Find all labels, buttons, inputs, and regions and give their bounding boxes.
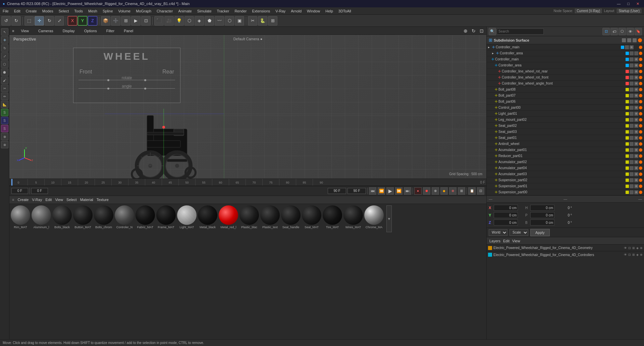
go-start-button[interactable]: ⏮: [369, 187, 376, 195]
tool-brush[interactable]: 🖌: [1, 77, 8, 84]
rt-mat-icon[interactable]: ⬡: [619, 28, 626, 35]
rt-view-icon[interactable]: 👁: [627, 28, 634, 35]
mat-scroll-arrow[interactable]: ▼: [385, 205, 393, 232]
tool-move[interactable]: ✛: [1, 36, 8, 44]
mat-menu-vray[interactable]: V-Ray: [32, 198, 42, 202]
tool-poly[interactable]: ⬡: [1, 60, 8, 68]
slider-knob-angle[interactable]: [107, 88, 109, 90]
material-item-frame[interactable]: Frame_MAT: [156, 205, 176, 229]
viewport-menu-view[interactable]: View: [18, 28, 32, 34]
record-button[interactable]: ⏺: [423, 187, 430, 195]
table-row[interactable]: ✛ Suspension_part00 ⊞: [487, 189, 644, 195]
maximize-button[interactable]: □: [625, 1, 632, 7]
obj-name-6[interactable]: Bolt_part07: [498, 94, 625, 97]
viewport-menu-filter[interactable]: Filter: [104, 28, 117, 34]
tool-scale[interactable]: ⤢: [1, 52, 8, 60]
mat-menu-select[interactable]: Select: [66, 198, 77, 202]
menu-vray[interactable]: V-Ray: [273, 8, 288, 14]
table-row[interactable]: ▸ ✛ Controller_main ⊞: [487, 44, 644, 50]
playhead-marker[interactable]: [11, 179, 12, 186]
table-row[interactable]: ✛ Light_part01 ⊞: [487, 111, 644, 117]
tool-measure[interactable]: 📐: [1, 101, 8, 108]
material-item-plastic-black[interactable]: Plastic_blac: [239, 205, 259, 229]
subdiv-icon[interactable]: ⊞: [489, 38, 492, 43]
tool-s1[interactable]: S: [1, 109, 8, 116]
obj-name-controller-main[interactable]: Controller_main: [496, 45, 621, 49]
menu-mesh[interactable]: Mesh: [86, 8, 100, 14]
layer-name-geometry[interactable]: Electric_Powered_Wheelchair_Rigged_for_C…: [493, 246, 623, 250]
scale-dropdown[interactable]: Scale: [509, 229, 528, 236]
table-row[interactable]: ✛ Acumulator_part02 ⊞: [487, 159, 644, 165]
timeline-btn[interactable]: ⊡: [477, 187, 484, 195]
y-position-input[interactable]: [494, 212, 518, 218]
material-item-metal-red[interactable]: Metal_red_l: [219, 205, 238, 229]
slider-knob-angle-2[interactable]: [144, 88, 146, 90]
y-axis[interactable]: Y: [78, 16, 87, 26]
obj-name-15[interactable]: Acumulator_part01: [498, 148, 625, 152]
menu-render[interactable]: Render: [232, 8, 249, 14]
obj-name-14[interactable]: Antiroll_wheel: [498, 142, 625, 146]
tool-arrow[interactable]: ↖: [1, 28, 8, 36]
rt-obj-icon[interactable]: ⊡: [602, 28, 610, 35]
layers-edit-menu[interactable]: Edit: [503, 239, 509, 243]
viewport-menu-panel[interactable]: Panel: [121, 28, 136, 34]
del-key[interactable]: ⊗: [449, 187, 457, 195]
table-row[interactable]: ✛ Acumulator_part03 ⊞: [487, 171, 644, 177]
current-frame-input[interactable]: [11, 188, 28, 194]
table-row[interactable]: ✛ Seat_part01 ⊞: [487, 135, 644, 141]
render-btn[interactable]: ⊡: [141, 16, 151, 26]
obj-name-8[interactable]: Control_part00: [498, 106, 625, 109]
layers-menu[interactable]: Layers: [489, 239, 500, 243]
scale-tool[interactable]: ⤢: [55, 16, 64, 26]
mat-menu-material[interactable]: Material: [80, 198, 93, 202]
z-axis[interactable]: Z: [88, 16, 97, 26]
material-item-tire[interactable]: Tire_MAT: [323, 205, 342, 229]
auto-key[interactable]: ⊕: [432, 187, 439, 195]
table-row[interactable]: ✛ Suspension_part01 ⊞: [487, 183, 644, 189]
obj-close[interactable]: [638, 38, 642, 42]
obj-name-12[interactable]: Seat_part03: [498, 130, 625, 134]
close-button[interactable]: ✕: [634, 1, 641, 7]
obj-name-5[interactable]: Bolt_part08: [498, 88, 625, 91]
obj-name-20[interactable]: Suspension_part02: [498, 178, 625, 182]
material-item-controller[interactable]: Controler_N: [115, 205, 134, 229]
material-item-seat[interactable]: Seat_MAT: [302, 205, 321, 229]
knife-btn[interactable]: ✂: [248, 16, 257, 26]
rt-tag-icon[interactable]: 🏷: [610, 28, 618, 35]
table-row[interactable]: ✛ Controller_main ⊞: [487, 56, 644, 62]
material-item-bolts-black[interactable]: Bolts_black: [52, 205, 72, 229]
obj-name-13[interactable]: Seat_part01: [498, 136, 625, 140]
obj-name-10[interactable]: Leg_mount_part02: [498, 118, 625, 121]
table-row[interactable]: ✛ Leg_mount_part02 ⊞: [487, 117, 644, 123]
viewport-menu-display[interactable]: Display: [60, 28, 77, 34]
step-back-button[interactable]: ⏪: [378, 187, 385, 195]
h-rotation-input[interactable]: [530, 205, 554, 211]
table-row[interactable]: ✛ Controller_line_wheel_angle_front ⊞: [487, 81, 644, 87]
go-end-button[interactable]: ⏭: [404, 187, 411, 195]
mat-scroll-down[interactable]: ▼: [386, 205, 392, 232]
material-item-chrome[interactable]: Chrome_MA: [364, 205, 384, 229]
solo-button[interactable]: ●: [414, 187, 422, 195]
tool-knife[interactable]: ✂: [1, 85, 8, 92]
extra-btn[interactable]: ⊞: [268, 16, 277, 26]
slider-knob-rotate-2[interactable]: [144, 79, 146, 81]
x-axis[interactable]: X: [68, 16, 77, 26]
material-item-light[interactable]: Light_MAT: [177, 205, 197, 229]
cam-btn[interactable]: 🎥: [164, 16, 174, 26]
menu-volume[interactable]: Volume: [116, 8, 133, 14]
table-row[interactable]: ✛ Seat_part03 ⊞: [487, 129, 644, 135]
x-position-input[interactable]: [494, 205, 518, 211]
layers-view-menu[interactable]: View: [512, 239, 520, 243]
gen-btn[interactable]: ⬡: [225, 16, 234, 26]
obj-name-16[interactable]: Reducer_part01: [498, 154, 625, 158]
mat-menu-create[interactable]: Create: [17, 198, 29, 202]
menu-extensions[interactable]: Extensions: [249, 8, 273, 14]
p-rotation-input[interactable]: [530, 212, 554, 218]
material-item-rim[interactable]: Rim_MAT: [11, 205, 30, 229]
obj-name-9[interactable]: Light_part01: [498, 112, 625, 115]
rt-search-icon[interactable]: 🔍: [489, 28, 496, 35]
menu-3dtoall[interactable]: 3DToAll: [336, 8, 354, 14]
viewport-menu-options[interactable]: Options: [82, 28, 100, 34]
menu-file[interactable]: File: [0, 8, 11, 14]
table-row[interactable]: ✛ Control_part00 ⊞: [487, 105, 644, 111]
